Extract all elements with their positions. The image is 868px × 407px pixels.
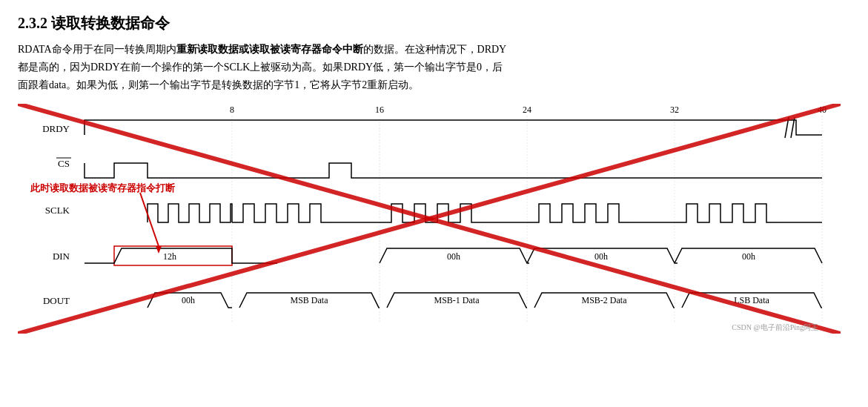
svg-text:此时读取数据被读寄存器指令打断: 此时读取数据被读寄存器指令打断 xyxy=(30,182,176,193)
body-paragraph: RDATA命令用于在同一转换周期内重新读取数据或读取被读寄存器命令中断的数据。在… xyxy=(18,41,850,93)
svg-text:00h: 00h xyxy=(182,295,195,305)
svg-text:DIN: DIN xyxy=(53,251,70,262)
svg-text:DOUT: DOUT xyxy=(43,295,70,306)
svg-line-41 xyxy=(140,193,159,246)
svg-text:16: 16 xyxy=(375,105,384,115)
svg-text:SCLK: SCLK xyxy=(45,205,70,216)
para-line1-pre: RDATA命令用于在同一转换周期内 xyxy=(18,44,176,55)
svg-text:12h: 12h xyxy=(163,251,176,262)
svg-text:00h: 00h xyxy=(742,251,755,262)
svg-marker-42 xyxy=(156,246,162,254)
para-line3: 面跟着data。如果为低，则第一个输出字节是转换数据的字节1，它将从字节2重新启… xyxy=(18,79,419,90)
svg-text:CS: CS xyxy=(58,158,70,169)
svg-text:24: 24 xyxy=(523,105,531,115)
svg-text:MSB Data: MSB Data xyxy=(291,295,329,305)
svg-text:00h: 00h xyxy=(594,251,608,262)
svg-text:32: 32 xyxy=(670,105,679,115)
svg-text:DRDY: DRDY xyxy=(42,123,70,134)
timing-diagram: 8 16 24 32 40 DRDY CS xyxy=(18,104,841,334)
para-line1-post: 的数据。在这种情况下，DRDY xyxy=(363,44,507,55)
section-title: 2.3.2 读取转换数据命令 xyxy=(18,13,850,33)
page-container: 2.3.2 读取转换数据命令 RDATA命令用于在同一转换周期内重新读取数据或读… xyxy=(0,0,868,341)
svg-text:MSB-1 Data: MSB-1 Data xyxy=(434,295,480,305)
para-line2: 都是高的，因为DRDY在前一个操作的第一个SCLK上被驱动为高。如果DRDY低，… xyxy=(18,62,503,73)
svg-text:MSB-2 Data: MSB-2 Data xyxy=(582,295,628,305)
svg-text:8: 8 xyxy=(230,105,234,115)
svg-text:00h: 00h xyxy=(447,251,460,262)
svg-text:CSDN @电子前沿Ping阿王: CSDN @电子前沿Ping阿王 xyxy=(732,323,818,331)
para-line1-bold: 重新读取数据或读取被读寄存器命令中断 xyxy=(176,44,363,55)
